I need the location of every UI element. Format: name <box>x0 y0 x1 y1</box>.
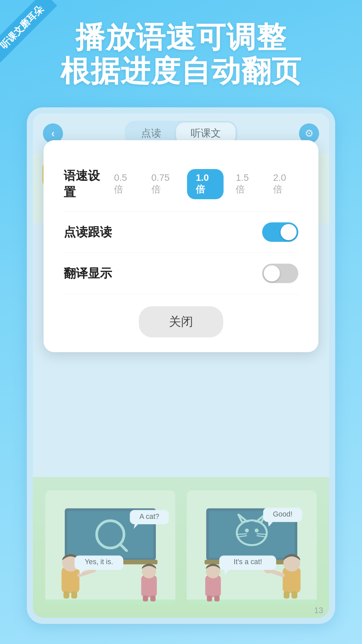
translate-row: 翻译显示 <box>64 253 298 294</box>
follow-label: 点读跟读 <box>64 224 112 240</box>
speed-row: 语速设置 0.5倍 0.75倍 1.0倍 1.5倍 2.0倍 <box>64 157 298 212</box>
translate-toggle[interactable] <box>262 264 298 283</box>
corner-banner-text: 听课文磨耳朵 <box>0 0 57 62</box>
device-frame: ‹ 点读 听课文 ⚙ 2. Listen and point 🔒 👆 <box>27 107 335 624</box>
modal-overlay: 语速设置 0.5倍 0.75倍 1.0倍 1.5倍 2.0倍 点读跟读 <box>33 113 329 618</box>
follow-toggle[interactable] <box>262 222 298 242</box>
speed-options: 0.5倍 0.75倍 1.0倍 1.5倍 2.0倍 <box>108 169 298 199</box>
speed-0.75[interactable]: 0.75倍 <box>145 169 181 199</box>
translate-toggle-knob <box>264 265 280 281</box>
device-screen: ‹ 点读 听课文 ⚙ 2. Listen and point 🔒 👆 <box>33 113 329 618</box>
close-btn-wrap: 关闭 <box>64 306 298 337</box>
speed-1.5[interactable]: 1.5倍 <box>230 169 261 199</box>
close-button[interactable]: 关闭 <box>139 306 223 337</box>
follow-row: 点读跟读 <box>64 212 298 253</box>
follow-toggle-knob <box>281 224 297 240</box>
speed-1.0[interactable]: 1.0倍 <box>187 169 224 199</box>
speed-label: 语速设置 <box>64 168 108 201</box>
speed-0.5[interactable]: 0.5倍 <box>108 169 139 199</box>
translate-label: 翻译显示 <box>64 265 112 282</box>
corner-banner: 听课文磨耳朵 <box>0 0 74 74</box>
settings-modal: 语速设置 0.5倍 0.75倍 1.0倍 1.5倍 2.0倍 点读跟读 <box>44 140 318 352</box>
speed-2.0[interactable]: 2.0倍 <box>267 169 298 199</box>
